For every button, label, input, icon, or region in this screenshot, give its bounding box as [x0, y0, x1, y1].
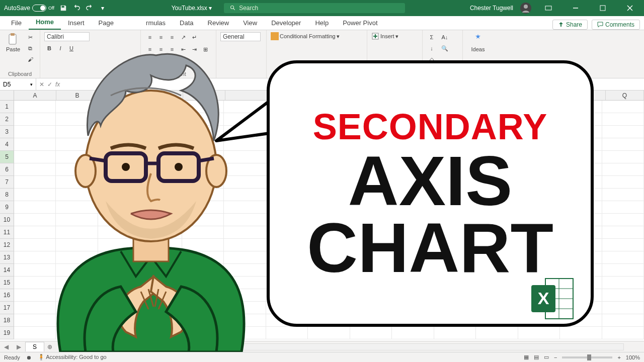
align-top-icon[interactable]: ≡: [145, 32, 155, 42]
tab-developer[interactable]: Developer: [264, 17, 308, 30]
cell[interactable]: [308, 327, 350, 339]
tab-power-pivot[interactable]: Power Pivot: [336, 17, 384, 30]
cell[interactable]: [602, 327, 644, 339]
user-name[interactable]: Chester Tugwell: [470, 5, 513, 12]
row-header[interactable]: 2: [0, 113, 14, 126]
view-page-layout-icon[interactable]: ▤: [534, 354, 539, 360]
row-header[interactable]: 4: [0, 138, 14, 151]
cell[interactable]: [434, 327, 476, 339]
macro-record-icon[interactable]: ⏺: [26, 354, 32, 360]
row-header[interactable]: 16: [0, 289, 14, 302]
autosum-icon[interactable]: Σ: [427, 32, 437, 42]
tab-data[interactable]: Data: [173, 17, 200, 30]
orientation-icon[interactable]: ↗: [178, 32, 188, 42]
cell[interactable]: [602, 151, 644, 163]
cell[interactable]: [602, 126, 644, 138]
row-header[interactable]: 7: [0, 176, 14, 189]
ribbon-display-icon[interactable]: [538, 0, 558, 16]
align-middle-icon[interactable]: ≡: [156, 32, 166, 42]
cell[interactable]: [602, 302, 644, 314]
cell[interactable]: [266, 327, 308, 339]
user-avatar-icon[interactable]: [520, 3, 531, 14]
redo-icon[interactable]: [86, 4, 94, 12]
cell[interactable]: [602, 113, 644, 126]
undo-icon[interactable]: [72, 4, 80, 12]
row-header[interactable]: 3: [0, 126, 14, 138]
cell[interactable]: [602, 314, 644, 327]
tab-review[interactable]: Review: [201, 17, 236, 30]
cell[interactable]: [392, 327, 434, 339]
comments-button[interactable]: Comments: [592, 20, 640, 30]
qat-more-icon[interactable]: ▾: [99, 4, 107, 12]
view-page-break-icon[interactable]: ▭: [544, 354, 549, 360]
cell[interactable]: [602, 239, 644, 251]
col-header[interactable]: Q: [606, 90, 644, 101]
cell[interactable]: [602, 289, 644, 302]
row-header[interactable]: 14: [0, 264, 14, 277]
row-header[interactable]: 9: [0, 201, 14, 214]
row-header[interactable]: 10: [0, 214, 14, 226]
find-select-icon[interactable]: 🔍: [440, 43, 450, 53]
number-format-select[interactable]: General: [220, 32, 261, 41]
cell[interactable]: [350, 327, 392, 339]
insert-cells-button[interactable]: Insert ▾: [371, 32, 398, 40]
cell[interactable]: [602, 189, 644, 201]
fill-icon[interactable]: ↓: [427, 43, 437, 53]
cell[interactable]: [602, 226, 644, 239]
row-header[interactable]: 18: [0, 314, 14, 327]
minimize-icon[interactable]: [566, 0, 586, 16]
cell[interactable]: [602, 163, 644, 176]
tab-help[interactable]: Help: [308, 17, 336, 30]
cell[interactable]: [602, 264, 644, 277]
zoom-in-button[interactable]: +: [617, 354, 620, 360]
accessibility-status[interactable]: 🧍 Accessibility: Good to go: [38, 354, 107, 360]
align-bottom-icon[interactable]: ≡: [167, 32, 177, 42]
tab-formulas[interactable]: rmulas: [135, 17, 173, 30]
paste-button[interactable]: Paste: [4, 32, 22, 53]
row-header[interactable]: 1: [0, 101, 14, 113]
row-header[interactable]: 5: [0, 151, 14, 163]
wrap-text-icon[interactable]: ↵: [189, 32, 199, 42]
maximize-icon[interactable]: [593, 0, 613, 16]
close-icon[interactable]: [620, 0, 640, 16]
row-header[interactable]: 13: [0, 251, 14, 264]
share-button[interactable]: Share: [552, 20, 588, 30]
zoom-out-button[interactable]: −: [554, 354, 557, 360]
cell[interactable]: [476, 327, 518, 339]
autosave-toggle[interactable]: AutoSave Off: [4, 5, 54, 12]
conditional-formatting-button[interactable]: Conditional Formatting ▾: [271, 32, 340, 40]
cell[interactable]: [602, 251, 644, 264]
row-header[interactable]: 6: [0, 163, 14, 176]
row-header[interactable]: 17: [0, 302, 14, 314]
zoom-slider[interactable]: [562, 356, 612, 358]
sheet-nav-next-icon[interactable]: ▶: [13, 343, 25, 350]
cell[interactable]: [602, 214, 644, 226]
view-normal-icon[interactable]: ▦: [524, 354, 529, 360]
tab-insert[interactable]: Insert: [61, 17, 92, 30]
cell[interactable]: [560, 327, 602, 339]
sort-filter-icon[interactable]: A↓: [440, 32, 450, 42]
font-name-select[interactable]: Calibri: [44, 32, 90, 41]
cell[interactable]: [518, 327, 560, 339]
tab-view[interactable]: View: [236, 17, 264, 30]
row-header[interactable]: 15: [0, 277, 14, 289]
tab-home[interactable]: Home: [29, 16, 61, 30]
cell[interactable]: [602, 138, 644, 151]
row-header[interactable]: 11: [0, 226, 14, 239]
tab-file[interactable]: File: [4, 17, 29, 30]
cut-icon[interactable]: ✂: [25, 32, 35, 42]
cell[interactable]: [602, 201, 644, 214]
row-header[interactable]: 8: [0, 189, 14, 201]
cell[interactable]: [602, 277, 644, 289]
save-icon[interactable]: [59, 4, 67, 12]
cell[interactable]: [602, 101, 644, 113]
row-header[interactable]: 12: [0, 239, 14, 251]
search-box[interactable]: Search: [224, 3, 405, 13]
file-name[interactable]: YouTube.xlsx ▾: [172, 5, 212, 12]
ideas-button[interactable]: Ideas: [467, 32, 489, 53]
select-all-corner[interactable]: [0, 90, 14, 101]
cell[interactable]: [602, 176, 644, 189]
sheet-nav-prev-icon[interactable]: ◀: [0, 343, 13, 350]
row-header[interactable]: 19: [0, 327, 14, 339]
zoom-level[interactable]: 100%: [626, 354, 640, 360]
